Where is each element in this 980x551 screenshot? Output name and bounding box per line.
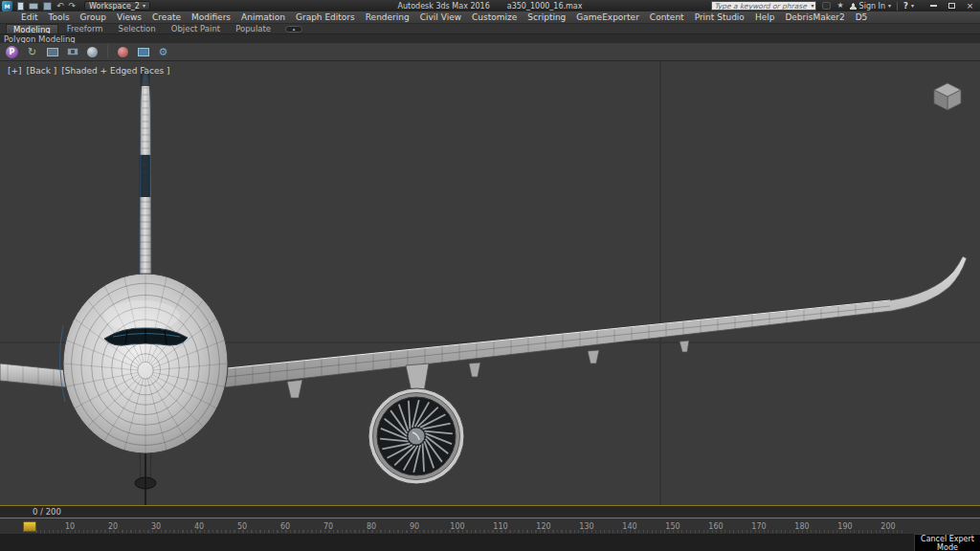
geometry-button[interactable] xyxy=(84,44,100,59)
frame-tick-label: 130 xyxy=(579,522,593,531)
monitor-icon xyxy=(47,48,58,56)
time-slider-handle[interactable] xyxy=(23,521,36,532)
menu-d5[interactable]: D5 xyxy=(856,12,868,22)
menu-gameexporter[interactable]: GameExporter xyxy=(576,12,639,22)
viewport-general-menu[interactable]: [+] xyxy=(8,66,22,76)
menu-civil-view[interactable]: Civil View xyxy=(420,12,461,22)
track-bar-ruler[interactable]: 10 20 30 40 50 60 70 80 90 100 110 120 1… xyxy=(0,518,980,535)
window-controls: × xyxy=(925,1,978,11)
tab-selection[interactable]: Selection xyxy=(112,24,163,33)
search-options-caret-icon[interactable]: ▾ xyxy=(811,3,813,9)
menu-tools[interactable]: Tools xyxy=(48,12,69,22)
menu-help[interactable]: Help xyxy=(755,12,775,22)
tab-modeling[interactable]: Modeling xyxy=(6,24,58,33)
current-frame-label: 0 / 200 xyxy=(33,507,61,517)
undo-button[interactable]: ↶ xyxy=(56,2,64,11)
sign-in-button[interactable]: Sign In ▾ xyxy=(850,2,891,11)
toolbar-separator xyxy=(107,45,108,58)
frame-tick-label: 60 xyxy=(280,522,290,531)
cancel-expert-mode-button[interactable]: Cancel Expert Mode xyxy=(914,534,980,551)
menu-group[interactable]: Group xyxy=(80,12,106,22)
flap-fairing xyxy=(287,380,302,398)
help-icon: ? xyxy=(903,1,908,11)
ribbon-minimize-toggle[interactable]: ▴ xyxy=(285,26,302,33)
tab-freeform[interactable]: Freeform xyxy=(60,24,110,33)
menu-create[interactable]: Create xyxy=(152,12,181,22)
gear-icon: ⚙ xyxy=(159,47,168,57)
viewport-pov-menu[interactable]: [Back ] xyxy=(27,66,57,76)
search-input[interactable] xyxy=(714,2,811,11)
redo-button[interactable]: ↷ xyxy=(69,2,77,11)
menu-graph-editors[interactable]: Graph Editors xyxy=(296,12,355,22)
frame-tick-label: 90 xyxy=(410,522,419,531)
new-file-icon xyxy=(17,2,24,11)
time-slider-track[interactable]: 0 / 200 xyxy=(0,506,980,518)
menu-scripting[interactable]: Scripting xyxy=(527,12,566,22)
frame-tick-label: 40 xyxy=(194,522,204,531)
separator xyxy=(897,2,898,11)
screen-button[interactable] xyxy=(135,44,151,59)
file-name: a350_1000_16.max xyxy=(507,2,583,11)
screen-icon xyxy=(138,48,149,56)
maximize-button[interactable] xyxy=(944,1,960,11)
panel-title: Polygon Modeling xyxy=(4,34,76,44)
frame-tick-label: 150 xyxy=(665,522,679,531)
frame-tick-label: 190 xyxy=(837,522,852,531)
viewport-label: [+] [Back ] [Shaded + Edged Faces ] xyxy=(8,66,170,76)
frame-tick-label: 100 xyxy=(450,522,464,531)
aircraft-model-scene xyxy=(0,61,980,505)
menu-modifiers[interactable]: Modifiers xyxy=(191,12,231,22)
help-menu-button[interactable]: ? ▾ xyxy=(903,1,914,11)
tab-populate[interactable]: Populate xyxy=(229,24,278,33)
frame-tick-label: 110 xyxy=(493,522,507,531)
quick-access-toolbar: M ↶ ↷ Workspace_2 ▾ xyxy=(2,1,150,11)
frame-tick-label: 50 xyxy=(237,522,247,531)
frame-tick-label: 180 xyxy=(794,522,809,531)
viewport-back-view[interactable]: [+] [Back ] [Shaded + Edged Faces ] xyxy=(0,61,980,505)
viewcube[interactable] xyxy=(930,80,965,113)
paint-sphere-icon xyxy=(118,47,128,57)
open-file-button[interactable] xyxy=(29,3,38,10)
max-logo-icon[interactable]: M xyxy=(2,1,12,11)
engine-nacelle xyxy=(368,388,464,484)
repeat-last-button[interactable]: ↻ xyxy=(24,44,40,59)
menu-bar: Edit Tools Group Views Create Modifiers … xyxy=(0,11,980,24)
search-binoculars-icon[interactable] xyxy=(822,2,831,10)
menu-animation[interactable]: Animation xyxy=(241,12,285,22)
circular-arrows-icon: ↻ xyxy=(28,47,36,57)
settings-button[interactable]: ⚙ xyxy=(155,44,171,59)
close-button[interactable]: × xyxy=(962,1,978,11)
paint-button[interactable] xyxy=(115,44,131,59)
undo-arrow-icon: ↶ xyxy=(56,2,64,11)
save-button[interactable] xyxy=(43,2,52,11)
polygon-modeling-toolbar: P ↻ ⚙ xyxy=(0,43,980,61)
menu-edit[interactable]: Edit xyxy=(21,12,37,22)
engine-spinner xyxy=(408,428,425,445)
workspace-selector[interactable]: Workspace_2 ▾ xyxy=(84,1,150,11)
search-field-wrap: ▾ xyxy=(711,1,816,11)
menu-rendering[interactable]: Rendering xyxy=(366,12,410,22)
fin-logo-dark-band xyxy=(140,155,151,197)
favorites-star-icon[interactable]: ★ xyxy=(836,2,843,10)
tab-object-paint[interactable]: Object Paint xyxy=(165,24,227,33)
menu-customize[interactable]: Customize xyxy=(472,12,517,22)
edit-poly-mode-button[interactable]: P xyxy=(4,44,20,59)
menu-views[interactable]: Views xyxy=(117,12,142,22)
viewport-shading-menu[interactable]: [Shaded + Edged Faces ] xyxy=(61,66,169,76)
flap-fairing xyxy=(679,341,689,352)
camera-button[interactable] xyxy=(64,44,80,59)
menu-content[interactable]: Content xyxy=(650,12,684,22)
frame-tick-label: 80 xyxy=(367,522,376,531)
menu-print-studio[interactable]: Print Studio xyxy=(695,12,745,22)
minimize-button[interactable] xyxy=(925,1,942,11)
maximize-icon xyxy=(948,3,955,9)
polygon-modeling-panel-header[interactable]: Polygon Modeling xyxy=(0,33,980,43)
frame-tick-label: 170 xyxy=(751,522,766,531)
frame-tick-label: 10 xyxy=(65,522,75,531)
menu-debrismaker2[interactable]: DebrisMaker2 xyxy=(785,12,844,22)
camera-icon xyxy=(67,48,78,55)
infocenter: ▾ ★ Sign In ▾ ? ▾ × xyxy=(711,1,978,11)
display-button[interactable] xyxy=(44,44,60,59)
new-file-button[interactable] xyxy=(17,2,24,11)
frame-tick-label: 70 xyxy=(323,522,333,531)
